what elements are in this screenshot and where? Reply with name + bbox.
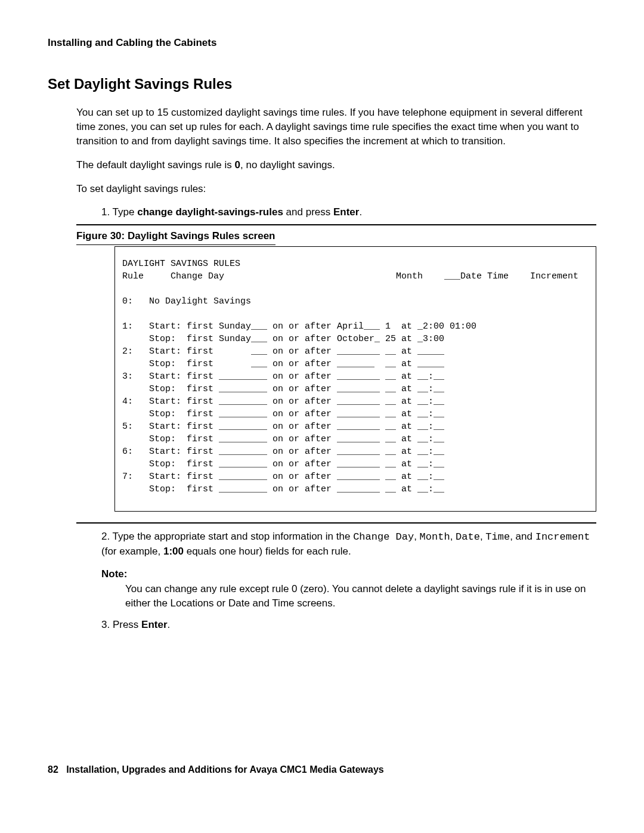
step-3: 3. Press Enter. [101, 618, 596, 632]
note-body: You can change any rule except rule 0 (z… [125, 582, 596, 611]
paragraph-2: The default daylight savings rule is 0, … [76, 158, 596, 172]
para2-bold: 0 [235, 159, 240, 171]
footer: 82 Installation, Upgrades and Additions … [48, 763, 596, 776]
step-2: 2. Type the appropriate start and stop i… [101, 529, 596, 559]
step2-c: , [450, 531, 456, 542]
para2-c: , no daylight savings. [240, 159, 335, 171]
step-1: 1. Type change daylight-savings-rules an… [101, 205, 596, 219]
note-label: Note: [101, 567, 596, 581]
paragraph-1: You can set up to 15 customized daylight… [76, 106, 596, 148]
step2-m4: Time [485, 531, 510, 543]
step1-enter: Enter [333, 206, 359, 218]
figure-bottom-rule [76, 522, 596, 524]
footer-text: Installation, Upgrades and Additions for… [66, 764, 384, 775]
step2-m5: Increment [535, 531, 590, 543]
running-header: Installing and Cabling the Cabinets [48, 36, 596, 50]
step2-e: , and [510, 531, 535, 542]
section-title: Set Daylight Savings Rules [48, 74, 596, 94]
step2-m3: Date [456, 531, 480, 543]
step2-d: , [480, 531, 485, 542]
step2-g: equals one hour) fields for each rule. [184, 546, 351, 557]
step3-enter: Enter [141, 619, 167, 630]
step2-bold: 1:00 [163, 546, 184, 557]
step2-m2: Month [420, 531, 450, 543]
step2-b: , [414, 531, 419, 542]
terminal-screen: DAYLIGHT SAVINGS RULES Rule Change Day M… [114, 246, 596, 512]
step1-c: and press [283, 206, 333, 218]
step2-m1: Change Day [353, 531, 414, 543]
figure-caption-text: Figure 30: Daylight Savings Rules screen [76, 229, 275, 245]
step2-a: 2. Type the appropriate start and stop i… [101, 531, 353, 542]
step1-e: . [359, 206, 362, 218]
para2-a: The default daylight savings rule is [76, 159, 235, 171]
step3-a: 3. Press [101, 619, 141, 630]
step1-a: 1. Type [101, 206, 137, 218]
page-number: 82 [48, 764, 58, 775]
figure-caption: Figure 30: Daylight Savings Rules screen [76, 229, 596, 245]
step3-c: . [168, 619, 171, 630]
step1-cmd: change daylight-savings-rules [137, 206, 283, 218]
step2-f: (for example, [101, 546, 163, 557]
figure-top-rule [76, 224, 596, 225]
paragraph-3: To set daylight savings rules: [76, 182, 596, 196]
